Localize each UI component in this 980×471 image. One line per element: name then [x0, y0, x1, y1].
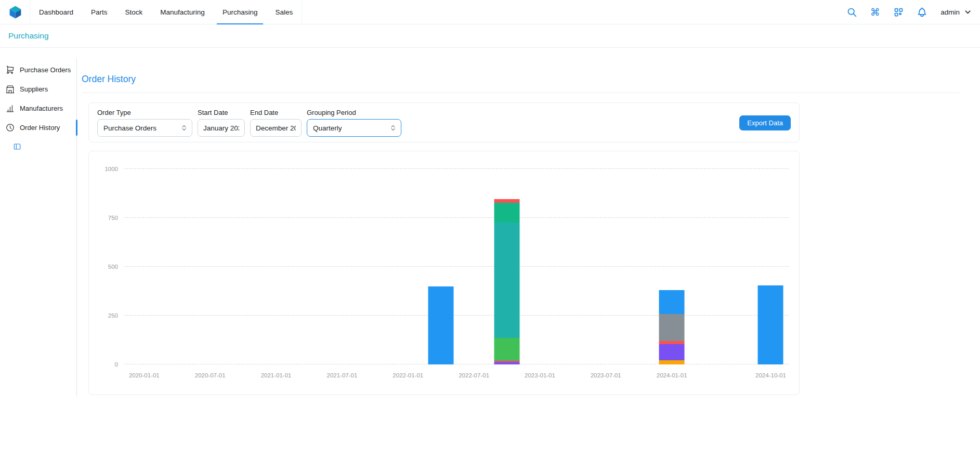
order-type-label: Order Type: [97, 109, 192, 116]
y-axis-tick-label: 0: [115, 361, 118, 368]
order-history-chart-card: 025050075010002020-01-012020-07-012021-0…: [88, 151, 800, 395]
page-layout: Purchase Orders Suppliers Manufacturers: [0, 48, 980, 396]
nav-tab-purchasing[interactable]: Purchasing: [214, 0, 267, 24]
purchasing-sidebar: Purchase Orders Suppliers Manufacturers: [0, 58, 77, 396]
bar-segment[interactable]: [758, 285, 783, 364]
bar-segment[interactable]: [428, 286, 454, 364]
user-name: admin: [940, 8, 960, 16]
order-type-value: Purchase Orders: [103, 124, 156, 132]
x-axis-tick-label: 2024-10-01: [755, 372, 786, 378]
x-axis-tick-label: 2020-07-01: [195, 372, 226, 378]
bar-segment[interactable]: [494, 362, 520, 364]
search-icon[interactable]: [846, 6, 857, 18]
stacked-bar-2024-01-01[interactable]: [659, 290, 685, 364]
main-nav: Dashboard Parts Stock Manufacturing Purc…: [30, 0, 302, 24]
sidebar-item-order-history[interactable]: Order History: [0, 118, 76, 137]
chevron-down-icon: [964, 8, 972, 16]
gridline: [124, 315, 789, 316]
app-logo-icon[interactable]: [8, 5, 22, 19]
shopping-cart-icon: [5, 65, 15, 75]
y-axis-tick-label: 1000: [104, 166, 118, 172]
bar-segment[interactable]: [494, 223, 520, 338]
sidebar-item-label: Suppliers: [20, 85, 48, 93]
nav-tab-manufacturing[interactable]: Manufacturing: [151, 0, 214, 24]
filter-card: Order Type Purchase Orders Start Date: [88, 102, 800, 142]
breadcrumb: Purchasing: [0, 24, 980, 48]
y-axis-tick-label: 750: [108, 215, 118, 221]
command-palette-icon[interactable]: ⌘: [869, 6, 881, 18]
gridline: [124, 266, 789, 267]
x-axis-tick-label: 2023-01-01: [525, 372, 555, 378]
select-chevrons-icon: [180, 124, 188, 132]
order-type-field: Order Type Purchase Orders: [97, 109, 192, 137]
y-axis-tick-label: 500: [108, 264, 118, 270]
title-divider: [82, 93, 959, 93]
content-cards: Order Type Purchase Orders Start Date: [88, 102, 800, 395]
order-type-select[interactable]: Purchase Orders: [97, 119, 192, 137]
nav-tab-parts[interactable]: Parts: [82, 0, 116, 24]
gridline: [124, 364, 789, 364]
qr-scan-icon[interactable]: [893, 6, 904, 18]
gridline: [124, 217, 789, 218]
x-axis-tick-label: 2022-07-01: [459, 372, 489, 378]
nav-tab-dashboard[interactable]: Dashboard: [30, 0, 82, 24]
x-axis-tick-label: 2020-01-01: [129, 372, 160, 378]
user-menu[interactable]: admin: [940, 8, 972, 16]
export-data-button[interactable]: Export Data: [739, 115, 791, 130]
start-date-input[interactable]: [198, 119, 245, 137]
start-date-label: Start Date: [198, 109, 245, 116]
top-navbar: Dashboard Parts Stock Manufacturing Purc…: [0, 0, 980, 24]
x-axis-tick-label: 2024-01-01: [657, 372, 687, 378]
chart-wrap: 025050075010002020-01-012020-07-012021-0…: [97, 159, 793, 387]
page-title: Order History: [82, 74, 959, 85]
end-date-label: End Date: [250, 109, 302, 116]
chart-plot: 025050075010002020-01-012020-07-012021-0…: [124, 162, 789, 364]
chart-bars-icon: [5, 103, 15, 113]
sidebar-item-suppliers[interactable]: Suppliers: [0, 80, 76, 99]
main-panel: Order History Order Type Purchase Orders: [77, 58, 980, 395]
breadcrumb-purchasing-link[interactable]: Purchasing: [8, 31, 49, 41]
y-axis-tick-label: 250: [108, 312, 118, 319]
navbar-actions: ⌘ admin: [846, 6, 972, 18]
nav-tab-sales[interactable]: Sales: [266, 0, 302, 24]
sidebar-item-purchase-orders[interactable]: Purchase Orders: [0, 60, 76, 80]
bar-segment[interactable]: [659, 344, 685, 361]
end-date-field: End Date: [250, 109, 302, 137]
bar-segment[interactable]: [659, 314, 685, 341]
stacked-bar-2022-10-01[interactable]: [494, 199, 520, 364]
bar-segment[interactable]: [659, 290, 685, 314]
x-axis-tick-label: 2021-01-01: [261, 372, 292, 378]
bar-segment[interactable]: [659, 360, 685, 364]
grouping-period-value: Quarterly: [313, 124, 342, 132]
bar-segment[interactable]: [494, 203, 520, 223]
sidebar-item-manufacturers[interactable]: Manufacturers: [0, 99, 76, 118]
select-chevrons-icon: [389, 124, 397, 132]
end-date-input[interactable]: [250, 119, 302, 137]
building-store-icon: [5, 84, 15, 94]
sidebar-item-label: Manufacturers: [20, 104, 63, 112]
nav-tab-stock[interactable]: Stock: [116, 0, 152, 24]
bar-segment[interactable]: [494, 199, 520, 203]
x-axis-tick-label: 2022-01-01: [393, 372, 423, 378]
sidebar-collapse-icon[interactable]: [13, 142, 21, 151]
start-date-field: Start Date: [198, 109, 245, 137]
history-clock-icon: [5, 123, 15, 133]
grouping-period-label: Grouping Period: [307, 109, 401, 116]
stacked-bar-2022-04-01[interactable]: [428, 286, 454, 364]
stacked-bar-2024-10-01[interactable]: [758, 285, 783, 364]
sidebar-item-label: Order History: [20, 124, 60, 132]
grouping-period-field: Grouping Period Quarterly: [307, 109, 401, 137]
grouping-period-select[interactable]: Quarterly: [307, 119, 401, 137]
x-axis-tick-label: 2021-07-01: [326, 372, 357, 378]
sidebar-item-label: Purchase Orders: [20, 66, 71, 74]
x-axis-tick-label: 2023-07-01: [591, 372, 621, 378]
bar-segment[interactable]: [494, 338, 520, 361]
gridline: [124, 168, 789, 169]
notifications-bell-icon[interactable]: [916, 6, 927, 18]
